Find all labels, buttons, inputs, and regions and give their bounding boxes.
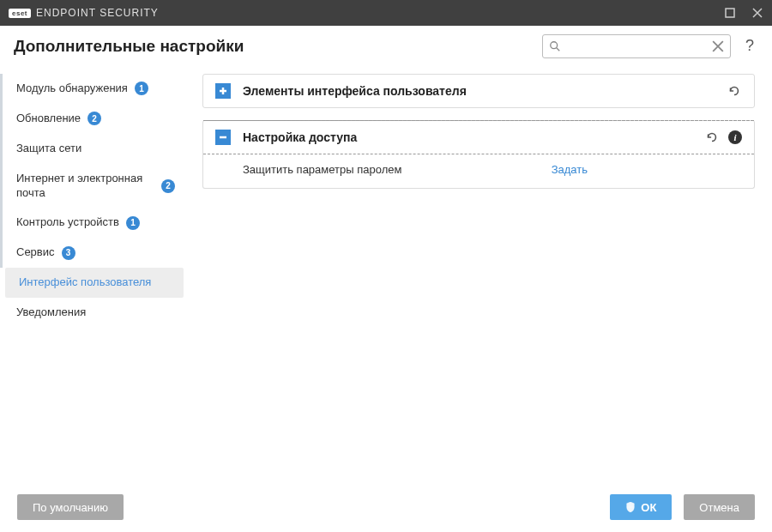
section-0: Элементы интерфейса пользователя: [202, 74, 755, 108]
section-header[interactable]: Настройка доступаi: [203, 120, 754, 154]
sidebar-item-3[interactable]: Интернет и электронная почта2: [0, 164, 189, 209]
setting-action-link[interactable]: Задать: [552, 163, 588, 176]
svg-point-1: [551, 41, 558, 48]
default-button[interactable]: По умолчанию: [17, 494, 124, 520]
header: Дополнительные настройки ?: [0, 26, 772, 67]
sidebar-item-2[interactable]: Защита сети: [0, 134, 189, 164]
search-container: [542, 34, 731, 58]
sidebar-item-7[interactable]: Уведомления: [0, 298, 189, 328]
sidebar-item-0[interactable]: Модуль обнаружения1: [0, 74, 189, 104]
sidebar: Модуль обнаружения1Обновление2Защита сет…: [0, 67, 189, 482]
brand-logo: eset: [9, 9, 31, 18]
sidebar-item-5[interactable]: Сервис3: [0, 238, 189, 268]
sidebar-badge: 3: [62, 246, 75, 260]
page-title: Дополнительные настройки: [14, 37, 244, 56]
sidebar-item-4[interactable]: Контроль устройств1: [0, 208, 189, 238]
expand-icon[interactable]: [215, 83, 231, 99]
content-area: Элементы интерфейса пользователяНастройк…: [189, 67, 772, 482]
sidebar-item-1[interactable]: Обновление2: [0, 104, 189, 134]
footer: По умолчанию ОК Отмена: [0, 482, 772, 532]
cancel-button[interactable]: Отмена: [684, 494, 755, 520]
svg-rect-0: [726, 9, 734, 17]
sidebar-item-label: Обновление: [16, 112, 81, 126]
sidebar-badge: 1: [126, 216, 140, 230]
search-input[interactable]: [542, 34, 731, 58]
svg-line-2: [557, 47, 560, 51]
sidebar-badge: 2: [161, 179, 175, 193]
sidebar-badge: 1: [135, 82, 148, 95]
sidebar-item-label: Защита сети: [16, 142, 81, 156]
sidebar-item-label: Интернет и электронная почта: [16, 172, 154, 201]
sidebar-item-label: Уведомления: [16, 305, 86, 320]
section-1: Настройка доступаiЗащитить параметры пар…: [202, 120, 755, 189]
sidebar-item-6[interactable]: Интерфейс пользователя: [5, 268, 184, 298]
shield-icon: [625, 502, 636, 512]
sidebar-item-label: Модуль обнаружения: [16, 82, 128, 96]
search-icon: [549, 40, 561, 52]
section-body: Защитить параметры паролемЗадать: [203, 154, 754, 188]
window-maximize-button[interactable]: [724, 7, 736, 19]
ok-button[interactable]: ОК: [610, 494, 672, 520]
collapse-icon[interactable]: [215, 130, 231, 145]
undo-icon[interactable]: [704, 130, 720, 145]
ok-button-label: ОК: [641, 501, 656, 514]
info-icon[interactable]: i: [728, 130, 742, 144]
titlebar: eset ENDPOINT SECURITY: [0, 0, 772, 26]
setting-label: Защитить параметры паролем: [243, 163, 401, 176]
undo-icon[interactable]: [727, 83, 742, 99]
sidebar-item-label: Интерфейс пользователя: [19, 275, 151, 290]
sidebar-badge: 2: [87, 112, 101, 125]
help-button[interactable]: ?: [741, 37, 758, 55]
section-title: Элементы интерфейса пользователя: [243, 84, 467, 98]
section-header[interactable]: Элементы интерфейса пользователя: [203, 75, 754, 107]
window-close-button[interactable]: [751, 7, 763, 19]
product-name: ENDPOINT SECURITY: [36, 7, 159, 19]
sidebar-item-label: Контроль устройств: [16, 215, 119, 230]
section-title: Настройка доступа: [243, 130, 357, 144]
setting-row: Защитить параметры паролемЗадать: [243, 163, 742, 176]
sidebar-item-label: Сервис: [16, 245, 55, 260]
clear-search-icon[interactable]: [712, 40, 724, 52]
